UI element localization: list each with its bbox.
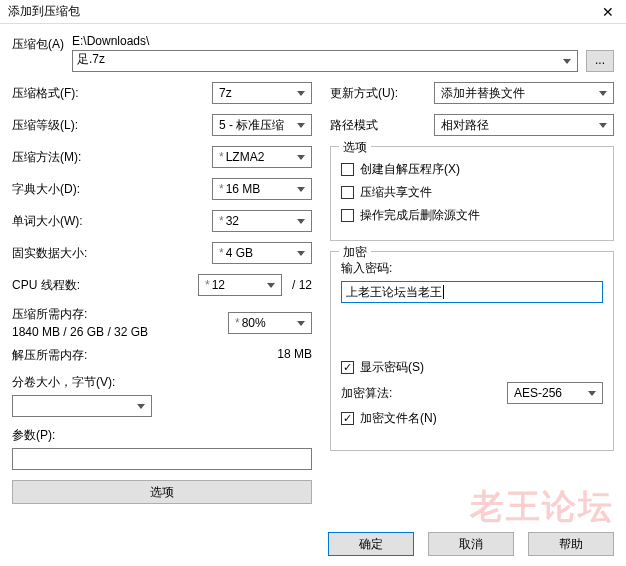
method-select[interactable]: *LZMA2 xyxy=(212,146,312,168)
split-select[interactable] xyxy=(12,395,152,417)
method-label: 压缩方法(M): xyxy=(12,149,122,166)
encrypt-group: 加密 输入密码: 上老王论坛当老王 显示密码(S) 加密算法: AES-256 … xyxy=(330,251,614,451)
solid-label: 固实数据大小: xyxy=(12,245,122,262)
threads-label: CPU 线程数: xyxy=(12,277,122,294)
sfx-checkbox[interactable] xyxy=(341,163,354,176)
enc-method-select[interactable]: AES-256 xyxy=(507,382,603,404)
help-button[interactable]: 帮助 xyxy=(528,532,614,556)
params-label: 参数(P): xyxy=(12,427,312,444)
dict-label: 字典大小(D): xyxy=(12,181,122,198)
ok-button[interactable]: 确定 xyxy=(328,532,414,556)
word-label: 单词大小(W): xyxy=(12,213,122,230)
enc-method-label: 加密算法: xyxy=(341,385,392,402)
show-password-checkbox[interactable] xyxy=(341,361,354,374)
options-button[interactable]: 选项 xyxy=(12,480,312,504)
archive-label: 压缩包(A) xyxy=(12,34,72,53)
show-password-label: 显示密码(S) xyxy=(360,359,424,376)
update-label: 更新方式(U): xyxy=(330,85,420,102)
archive-filename-select[interactable]: 足.7z xyxy=(72,50,578,72)
password-label: 输入密码: xyxy=(341,260,603,277)
sfx-label: 创建自解压程序(X) xyxy=(360,161,460,178)
mem-compress-value: 1840 MB / 26 GB / 32 GB xyxy=(12,325,228,339)
mem-decompress-label: 解压所需内存: xyxy=(12,347,87,364)
password-input[interactable]: 上老王论坛当老王 xyxy=(341,281,603,303)
mem-decompress-value: 18 MB xyxy=(277,347,312,364)
format-select[interactable]: 7z xyxy=(212,82,312,104)
options-group-title: 选项 xyxy=(339,139,371,156)
threads-select[interactable]: *12 xyxy=(198,274,282,296)
share-label: 压缩共享文件 xyxy=(360,184,432,201)
archive-filename: 足.7z xyxy=(77,52,105,66)
pathmode-label: 路径模式 xyxy=(330,117,420,134)
encrypt-filenames-label: 加密文件名(N) xyxy=(360,410,437,427)
solid-select[interactable]: *4 GB xyxy=(212,242,312,264)
format-label: 压缩格式(F): xyxy=(12,85,122,102)
share-checkbox[interactable] xyxy=(341,186,354,199)
level-select[interactable]: 5 - 标准压缩 xyxy=(212,114,312,136)
update-select[interactable]: 添加并替换文件 xyxy=(434,82,614,104)
encrypt-filenames-checkbox[interactable] xyxy=(341,412,354,425)
word-select[interactable]: *32 xyxy=(212,210,312,232)
mem-compress-label: 压缩所需内存: xyxy=(12,306,228,323)
delete-checkbox[interactable] xyxy=(341,209,354,222)
level-label: 压缩等级(L): xyxy=(12,117,122,134)
dict-select[interactable]: *16 MB xyxy=(212,178,312,200)
browse-button[interactable]: ... xyxy=(586,50,614,72)
archive-path-prefix: E:\Downloads\ xyxy=(72,34,578,48)
delete-label: 操作完成后删除源文件 xyxy=(360,207,480,224)
split-label: 分卷大小，字节(V): xyxy=(12,374,312,391)
encrypt-group-title: 加密 xyxy=(339,244,371,261)
mem-percent-select[interactable]: *80% xyxy=(228,312,312,334)
options-group: 选项 创建自解压程序(X) 压缩共享文件 操作完成后删除源文件 xyxy=(330,146,614,241)
threads-total: / 12 xyxy=(292,278,312,292)
params-input[interactable] xyxy=(12,448,312,470)
password-value: 上老王论坛当老王 xyxy=(346,284,442,301)
window-title: 添加到压缩包 xyxy=(8,3,80,20)
close-icon[interactable]: ✕ xyxy=(596,4,620,20)
pathmode-select[interactable]: 相对路径 xyxy=(434,114,614,136)
cancel-button[interactable]: 取消 xyxy=(428,532,514,556)
